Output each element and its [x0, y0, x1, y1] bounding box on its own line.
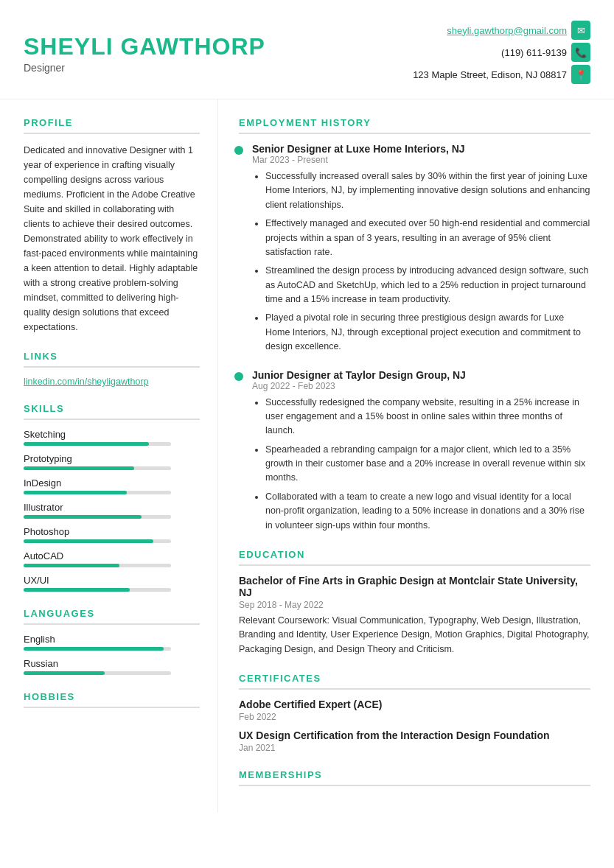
- employment-divider: [239, 133, 590, 134]
- edu-coursework: Relevant Coursework: Visual Communicatio…: [239, 614, 590, 657]
- languages-section: LANGUAGES English Russian: [24, 608, 200, 675]
- job-bullet: Effectively managed and executed over 50…: [265, 217, 590, 259]
- job-dot: [234, 146, 243, 155]
- cert-name: UX Design Certification from the Interac…: [239, 729, 590, 741]
- job-bullet: Streamlined the design process by introd…: [265, 264, 590, 307]
- job-bullet: Successfully increased overall sales by …: [265, 169, 590, 212]
- skill-bar-bg: [24, 442, 171, 446]
- memberships-title: MEMBERSHIPS: [239, 769, 590, 780]
- cert-item: Adobe Certified Expert (ACE) Feb 2022: [239, 699, 590, 722]
- lang-name: Russian: [24, 658, 200, 669]
- skill-bar-fill: [24, 491, 127, 494]
- skills-title: SKILLS: [24, 403, 200, 414]
- skill-item: Sketching: [24, 429, 200, 446]
- lang-bar-fill: [24, 671, 105, 675]
- links-title: LINKS: [24, 351, 200, 362]
- header: SHEYLI GAWTHORP Designer sheyli.gawthorp…: [0, 0, 614, 99]
- right-column: EMPLOYMENT HISTORY Senior Designer at Lu…: [218, 99, 614, 813]
- phone-icon: 📞: [571, 43, 590, 62]
- memberships-divider: [239, 785, 590, 786]
- job-bullet: Collaborated with a team to create a new…: [265, 490, 590, 533]
- skill-name: UX/UI: [24, 575, 200, 586]
- profile-text: Dedicated and innovative Designer with 1…: [24, 143, 200, 335]
- certificates-divider: [239, 688, 590, 690]
- profile-section: PROFILE Dedicated and innovative Designe…: [24, 117, 200, 335]
- edu-degree: Bachelor of Fine Arts in Graphic Design …: [239, 575, 590, 598]
- skill-bar-fill: [24, 564, 119, 567]
- cert-date: Feb 2022: [239, 712, 590, 722]
- address-row: 123 Maple Street, Edison, NJ 08817 📍: [413, 65, 590, 84]
- skill-bar-bg: [24, 515, 171, 519]
- profile-divider: [24, 133, 200, 134]
- skill-item: AutoCAD: [24, 550, 200, 567]
- job-dot: [234, 372, 243, 381]
- education-section: EDUCATION Bachelor of Fine Arts in Graph…: [239, 549, 590, 657]
- languages-divider: [24, 623, 200, 625]
- memberships-section: MEMBERSHIPS: [239, 769, 590, 786]
- employment-section: EMPLOYMENT HISTORY Senior Designer at Lu…: [239, 117, 590, 533]
- skills-list: Sketching Prototyping InDesign Illustrat…: [24, 429, 200, 592]
- skill-item: Photoshop: [24, 526, 200, 543]
- job-entry: Senior Designer at Luxe Home Interiors, …: [239, 143, 590, 354]
- job-bullet: Played a pivotal role in securing three …: [265, 311, 590, 354]
- main-body: PROFILE Dedicated and innovative Designe…: [0, 99, 614, 813]
- lang-bar-bg: [24, 671, 171, 675]
- skill-name: Sketching: [24, 429, 200, 440]
- skill-item: InDesign: [24, 477, 200, 494]
- hobbies-section: HOBBIES: [24, 691, 200, 708]
- edu-date: Sep 2018 - May 2022: [239, 600, 590, 610]
- job-bullet: Successfully redesigned the company webs…: [265, 396, 590, 438]
- language-item: Russian: [24, 658, 200, 675]
- education-title: EDUCATION: [239, 549, 590, 560]
- skill-bar-fill: [24, 466, 134, 470]
- jobs-list: Senior Designer at Luxe Home Interiors, …: [239, 143, 590, 533]
- skill-bar-fill: [24, 515, 142, 519]
- skills-section: SKILLS Sketching Prototyping InDesign Il…: [24, 403, 200, 592]
- lang-bar-bg: [24, 647, 171, 651]
- email-icon: ✉: [571, 21, 590, 40]
- job-date: Aug 2022 - Feb 2023: [252, 381, 590, 391]
- email-row: sheyli.gawthorp@gmail.com ✉: [447, 21, 590, 40]
- address-value: 123 Maple Street, Edison, NJ 08817: [413, 69, 567, 80]
- skill-item: Illustrator: [24, 502, 200, 519]
- languages-list: English Russian: [24, 634, 200, 675]
- hobbies-divider: [24, 707, 200, 708]
- skills-divider: [24, 419, 200, 420]
- profile-title: PROFILE: [24, 117, 200, 128]
- header-right: sheyli.gawthorp@gmail.com ✉ (119) 611-91…: [413, 21, 590, 85]
- job-entry: Junior Designer at Taylor Design Group, …: [239, 369, 590, 533]
- job-bullet: Spearheaded a rebranding campaign for a …: [265, 443, 590, 486]
- skill-name: Prototyping: [24, 453, 200, 464]
- lang-bar-fill: [24, 647, 164, 651]
- job-title: Junior Designer at Taylor Design Group, …: [252, 369, 590, 381]
- email-value: sheyli.gawthorp@gmail.com: [447, 25, 567, 36]
- cert-item: UX Design Certification from the Interac…: [239, 729, 590, 753]
- lang-name: English: [24, 634, 200, 645]
- header-left: SHEYLI GAWTHORP Designer: [24, 33, 265, 74]
- certs-list: Adobe Certified Expert (ACE) Feb 2022 UX…: [239, 699, 590, 753]
- skill-item: UX/UI: [24, 575, 200, 592]
- education-divider: [239, 564, 590, 566]
- cert-date: Jan 2021: [239, 743, 590, 753]
- links-divider: [24, 366, 200, 368]
- skill-bar-bg: [24, 588, 171, 592]
- job-title: Senior Designer at Luxe Home Interiors, …: [252, 143, 590, 155]
- skill-bar-bg: [24, 539, 171, 543]
- location-icon: 📍: [571, 65, 590, 84]
- employment-title: EMPLOYMENT HISTORY: [239, 117, 590, 128]
- left-column: PROFILE Dedicated and innovative Designe…: [0, 99, 218, 813]
- links-section: LINKS linkedin.com/in/sheyligawthorp: [24, 351, 200, 387]
- languages-title: LANGUAGES: [24, 608, 200, 619]
- candidate-title: Designer: [24, 62, 265, 74]
- certificates-title: CERTIFICATES: [239, 673, 590, 684]
- skill-bar-fill: [24, 442, 149, 446]
- skill-bar-bg: [24, 491, 171, 494]
- skill-name: AutoCAD: [24, 550, 200, 561]
- skill-name: Illustrator: [24, 502, 200, 513]
- linkedin-link[interactable]: linkedin.com/in/sheyligawthorp: [24, 377, 200, 387]
- skill-item: Prototyping: [24, 453, 200, 470]
- job-date: Mar 2023 - Present: [252, 155, 590, 165]
- skill-bar-fill: [24, 588, 130, 592]
- language-item: English: [24, 634, 200, 651]
- phone-value: (119) 611-9139: [501, 47, 567, 58]
